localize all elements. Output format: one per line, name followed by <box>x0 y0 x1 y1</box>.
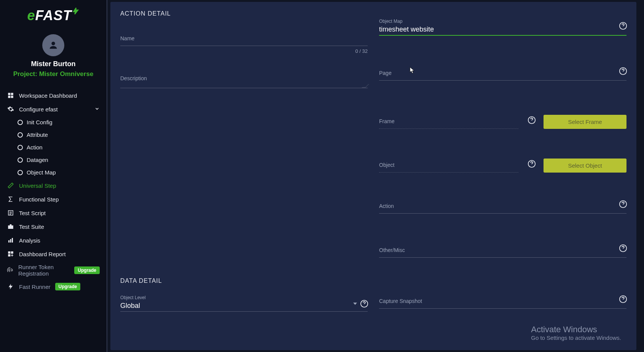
edit-icon <box>7 182 14 189</box>
name-counter: 0 / 32 <box>120 48 368 54</box>
section-title-action-detail: ACTION DETAIL <box>120 10 626 17</box>
object-field: Object Select Object <box>379 159 626 173</box>
help-icon[interactable] <box>619 200 627 208</box>
sidebar-item-label: Test Suite <box>19 224 44 230</box>
svg-rect-6 <box>8 225 13 229</box>
sidebar-item-runner-token[interactable]: Runner Token Registration Upgrade <box>5 261 101 280</box>
upgrade-badge[interactable]: Upgrade <box>55 283 81 290</box>
sidebar-item-analysis[interactable]: Analysis <box>5 233 101 247</box>
sidebar-item-label: Attribute <box>27 132 48 138</box>
svg-rect-8 <box>8 240 10 243</box>
main-panel: ACTION DETAIL Name 0 / 32 Description Ob… <box>110 2 636 350</box>
app-logo: eFAST <box>0 0 107 27</box>
dashboard-icon <box>7 92 14 99</box>
frame-field: Frame Select Frame <box>379 115 626 129</box>
sidebar-item-action[interactable]: Action <box>16 141 101 154</box>
svg-point-0 <box>51 42 55 45</box>
svg-rect-4 <box>11 96 13 98</box>
sidebar-item-test-script[interactable]: Test Script <box>5 206 101 220</box>
sidebar-item-datagen[interactable]: Datagen <box>16 154 101 166</box>
sidebar-item-label: Universal Step <box>19 182 56 189</box>
svg-rect-2 <box>11 93 13 95</box>
svg-rect-1 <box>8 93 10 95</box>
sidebar-item-label: Init Config <box>27 119 53 125</box>
sidebar-item-universal-step[interactable]: Universal Step <box>5 179 101 192</box>
avatar[interactable] <box>42 34 64 56</box>
name-input[interactable] <box>120 35 368 46</box>
page-field: Page <box>379 70 626 81</box>
sidebar-item-dashboard-report[interactable]: Dashboard Report <box>5 247 101 261</box>
sidebar-item-label: Test Script <box>19 210 46 216</box>
action-field: Action <box>379 203 626 214</box>
upgrade-badge[interactable]: Upgrade <box>74 266 100 274</box>
radio-icon <box>18 157 23 163</box>
help-icon[interactable] <box>528 160 536 168</box>
chevron-down-icon <box>94 106 100 113</box>
configure-submenu: Init Config Attribute Action Datagen Obj… <box>5 116 101 179</box>
sidebar-item-object-map[interactable]: Object Map <box>16 166 101 179</box>
sigma-icon <box>7 195 14 203</box>
object-level-value: Global <box>120 302 140 309</box>
description-input[interactable] <box>120 75 368 88</box>
windows-activation-watermark: Activate Windows Go to Settings to activ… <box>531 325 621 341</box>
chart-icon <box>7 236 14 244</box>
help-icon[interactable] <box>360 300 368 308</box>
sidebar-item-init-config[interactable]: Init Config <box>16 116 101 128</box>
svg-rect-3 <box>8 96 10 98</box>
sidebar-item-label: Functional Step <box>19 196 59 203</box>
help-icon[interactable] <box>619 67 627 75</box>
help-icon[interactable] <box>619 244 627 252</box>
select-frame-button[interactable]: Select Frame <box>544 115 626 129</box>
object-level-select[interactable]: Global <box>120 301 368 312</box>
radio-icon <box>18 132 23 138</box>
sidebar-item-label: Object Map <box>27 169 56 176</box>
action-input[interactable] <box>379 203 626 214</box>
windows-activation-title: Activate Windows <box>531 325 621 335</box>
sidebar-item-label: Fast Runner <box>19 284 51 290</box>
right-column: Object Map Page Frame Select Frame <box>379 30 626 258</box>
radio-icon <box>18 145 23 150</box>
left-column: Name 0 / 32 Description <box>120 30 368 258</box>
sidebar-item-label: Dashboard Report <box>19 251 66 257</box>
svg-rect-13 <box>8 254 10 257</box>
frame-input[interactable] <box>379 118 518 129</box>
select-object-button[interactable]: Select Object <box>544 159 626 173</box>
object-map-label: Object Map <box>379 19 402 24</box>
sidebar-item-fast-runner[interactable]: Fast Runner Upgrade <box>5 280 101 293</box>
help-icon[interactable] <box>619 22 627 30</box>
name-field: Name 0 / 32 <box>120 35 368 54</box>
other-misc-input[interactable] <box>379 247 626 258</box>
sidebar-item-label: Datagen <box>27 157 48 163</box>
svg-rect-11 <box>8 251 10 254</box>
bolt-icon <box>7 283 14 290</box>
sidebar-item-attribute[interactable]: Attribute <box>16 128 101 141</box>
sidebar-item-functional-step[interactable]: Functional Step <box>5 192 101 206</box>
object-map-input[interactable] <box>379 25 626 36</box>
user-icon <box>48 40 59 51</box>
briefcase-icon <box>7 223 14 230</box>
description-field: Description <box>120 75 368 88</box>
object-level-field: Object Level Global <box>120 301 368 312</box>
sidebar-item-workspace-dashboard[interactable]: Workspace Dashboard <box>5 89 101 102</box>
svg-rect-7 <box>10 224 12 225</box>
capture-snapshot-input[interactable] <box>379 298 626 309</box>
resize-handle-icon[interactable] <box>363 84 368 88</box>
gear-icon <box>7 105 14 113</box>
chevron-down-icon <box>353 303 357 305</box>
help-icon[interactable] <box>619 295 627 303</box>
sidebar-item-label: Configure efast <box>19 106 58 113</box>
page-input[interactable] <box>379 70 626 81</box>
sidebar-item-test-suite[interactable]: Test Suite <box>5 220 101 233</box>
help-icon[interactable] <box>528 116 536 124</box>
windows-activation-sub: Go to Settings to activate Windows. <box>531 335 621 341</box>
object-input[interactable] <box>379 162 518 173</box>
sidebar-item-configure-efast[interactable]: Configure efast <box>5 102 101 116</box>
svg-rect-10 <box>12 238 13 243</box>
list-icon <box>7 209 14 217</box>
object-level-label: Object Level <box>120 295 146 300</box>
other-misc-field: Other/Misc <box>379 247 626 258</box>
radio-icon <box>18 170 23 175</box>
sidebar-item-label: Analysis <box>19 237 40 244</box>
object-map-field: Object Map <box>379 25 626 36</box>
section-title-data-detail: DATA DETAIL <box>120 277 626 284</box>
